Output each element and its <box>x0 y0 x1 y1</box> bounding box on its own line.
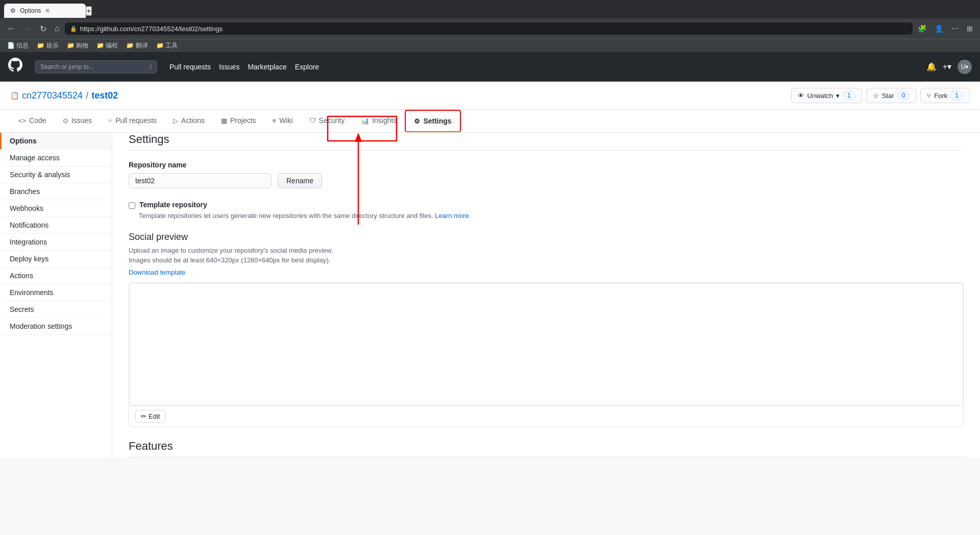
template-repo-description: Template repositories let users generate… <box>139 212 964 220</box>
rename-button[interactable]: Rename <box>278 173 322 188</box>
fork-icon: ⑂ <box>927 92 931 100</box>
sidebar-item-branches[interactable]: Branches <box>0 183 112 200</box>
repo-name-input[interactable] <box>129 173 272 188</box>
github-logo[interactable] <box>8 58 22 76</box>
wiki-icon: ≡ <box>273 117 277 125</box>
url-input[interactable] <box>80 25 898 33</box>
repo-separator: / <box>86 90 88 101</box>
tab-insights[interactable]: 📊 Insights <box>353 110 405 132</box>
edit-button-row: ✏ Edit <box>129 405 963 427</box>
template-repo-checkbox[interactable] <box>129 202 135 209</box>
bookmarks-bar: 📄 信息 📁 娱乐 📁 购物 📁 编程 📁 翻译 📁 工具 <box>0 39 980 52</box>
tab-code[interactable]: <> Code <box>10 110 55 132</box>
fork-count: 1 <box>950 91 963 100</box>
bookmark-biancheng[interactable]: 📁 编程 <box>93 40 121 51</box>
notifications-icon[interactable]: 🔔 <box>926 62 937 71</box>
sidebar-nav-list: Options Manage access Security & analysi… <box>0 133 112 335</box>
sidebar-item-options[interactable]: Options <box>0 133 112 150</box>
code-icon: <> <box>18 117 26 125</box>
tab-close-button[interactable]: ✕ <box>45 7 50 14</box>
sidebar-item-moderation-settings[interactable]: Moderation settings <box>0 318 112 335</box>
sidebar-item-actions[interactable]: Actions <box>0 268 112 284</box>
edit-button[interactable]: ✏ Edit <box>135 410 165 423</box>
repo-name-link[interactable]: test02 <box>91 90 118 101</box>
search-box[interactable]: Search or jump to... / <box>35 60 157 74</box>
profile-button[interactable]: 👤 <box>932 22 946 35</box>
sidebar-item-notifications[interactable]: Notifications <box>0 217 112 234</box>
github-nav: Pull requests Issues Marketplace Explore <box>169 63 319 71</box>
repo-header: 📋 cn2770345524 / test02 👁 Unwatch ▾ 1 ☆ … <box>0 82 980 110</box>
sidebar-button[interactable]: ⊞ <box>964 22 976 35</box>
repo-name-section: Repository name Rename <box>129 161 964 188</box>
nav-pull-requests[interactable]: Pull requests <box>169 63 211 71</box>
tab-projects[interactable]: ▦ Projects <box>213 110 264 132</box>
sidebar-item-webhooks[interactable]: Webhooks <box>0 200 112 217</box>
repo-name-row: Rename <box>129 173 964 188</box>
repo-nav: <> Code ⊙ Issues ⑂ Pull requests ▷ Actio… <box>0 110 980 133</box>
tab-favicon: ⚙ <box>10 7 16 14</box>
tab-actions[interactable]: ▷ Actions <box>165 110 213 132</box>
tab-title: Options <box>20 7 41 14</box>
search-placeholder: Search or jump to... <box>40 63 94 70</box>
template-repo-section: Template repository Template repositorie… <box>129 201 964 220</box>
home-button[interactable]: ⌂ <box>52 22 63 35</box>
tab-settings[interactable]: ⚙ Settings <box>405 110 460 132</box>
browser-action-buttons: 🧩 👤 ⋯ ⊞ <box>915 22 976 35</box>
content-layout: Options Manage access Security & analysi… <box>0 133 980 457</box>
issues-icon: ⊙ <box>63 117 68 125</box>
template-repo-checkbox-row: Template repository <box>129 201 964 209</box>
bookmark-yule[interactable]: 📁 娱乐 <box>34 40 61 51</box>
tab-wiki[interactable]: ≡ Wiki <box>264 110 301 132</box>
sidebar-item-manage-access[interactable]: Manage access <box>0 150 112 166</box>
sidebar-item-deploy-keys[interactable]: Deploy keys <box>0 251 112 268</box>
address-bar[interactable]: 🔒 ☆ <box>65 22 913 35</box>
bookmark-gouwu[interactable]: 📁 购物 <box>64 40 91 51</box>
template-repo-label[interactable]: Template repository <box>139 201 207 209</box>
sidebar-item-secrets[interactable]: Secrets <box>0 301 112 318</box>
actions-icon: ▷ <box>173 117 178 125</box>
learn-more-link[interactable]: Learn more. <box>435 212 471 220</box>
repo-icon: 📋 <box>10 91 19 100</box>
unwatch-button[interactable]: 👁 Unwatch ▾ 1 <box>791 88 862 103</box>
more-button[interactable]: ⋯ <box>948 22 962 35</box>
sidebar-item-integrations[interactable]: Integrations <box>0 234 112 251</box>
repo-title: 📋 cn2770345524 / test02 <box>10 90 118 101</box>
search-shortcut-icon: / <box>150 63 152 70</box>
bookmark-gongju[interactable]: 📁 工具 <box>153 40 181 51</box>
user-avatar[interactable]: U▾ <box>958 60 972 74</box>
sidebar-item-security-analysis[interactable]: Security & analysis <box>0 166 112 183</box>
sidebar-item-environments[interactable]: Environments <box>0 284 112 301</box>
extensions-button[interactable]: 🧩 <box>915 22 929 35</box>
tab-pull-requests[interactable]: ⑂ Pull requests <box>100 110 165 132</box>
new-tab-button[interactable]: + <box>86 6 92 16</box>
bookmark-xinxi[interactable]: 📄 信息 <box>4 40 32 51</box>
star-button[interactable]: ☆ Star 0 <box>866 88 917 103</box>
tab-issues[interactable]: ⊙ Issues <box>55 110 100 132</box>
repo-name-label: Repository name <box>129 161 964 169</box>
main-content-wrapper: Options Manage access Security & analysi… <box>0 133 980 457</box>
security-tab-icon: 🛡 <box>309 117 316 125</box>
nav-issues[interactable]: Issues <box>219 63 239 71</box>
back-button[interactable]: ← <box>4 22 18 35</box>
nav-marketplace[interactable]: Marketplace <box>248 63 286 71</box>
add-icon[interactable]: +▾ <box>943 62 951 71</box>
github-header: Search or jump to... / Pull requests Iss… <box>0 52 980 82</box>
refresh-button[interactable]: ↻ <box>37 22 50 36</box>
browser-tab-bar: ⚙ Options ✕ + <box>0 0 980 18</box>
settings-page-title: Settings <box>129 133 964 151</box>
settings-icon: ⚙ <box>414 117 420 125</box>
browser-toolbar: ← → ↻ ⌂ 🔒 ☆ 🧩 👤 ⋯ ⊞ <box>0 18 980 39</box>
repo-owner-link[interactable]: cn2770345524 <box>22 90 83 101</box>
fork-button[interactable]: ⑂ Fork 1 <box>920 88 970 103</box>
features-section-title: Features <box>129 440 964 457</box>
pr-icon: ⑂ <box>108 117 112 125</box>
active-tab[interactable]: ⚙ Options ✕ <box>4 4 86 18</box>
download-template-link[interactable]: Download template <box>129 269 185 276</box>
bookmark-star-icon[interactable]: ☆ <box>901 25 908 33</box>
tab-security[interactable]: 🛡 Security <box>301 110 353 132</box>
star-count: 0 <box>897 91 910 100</box>
forward-button[interactable]: → <box>20 22 35 35</box>
nav-explore[interactable]: Explore <box>295 63 319 71</box>
bookmark-fanyi[interactable]: 📁 翻译 <box>123 40 151 51</box>
eye-icon: 👁 <box>798 92 804 100</box>
